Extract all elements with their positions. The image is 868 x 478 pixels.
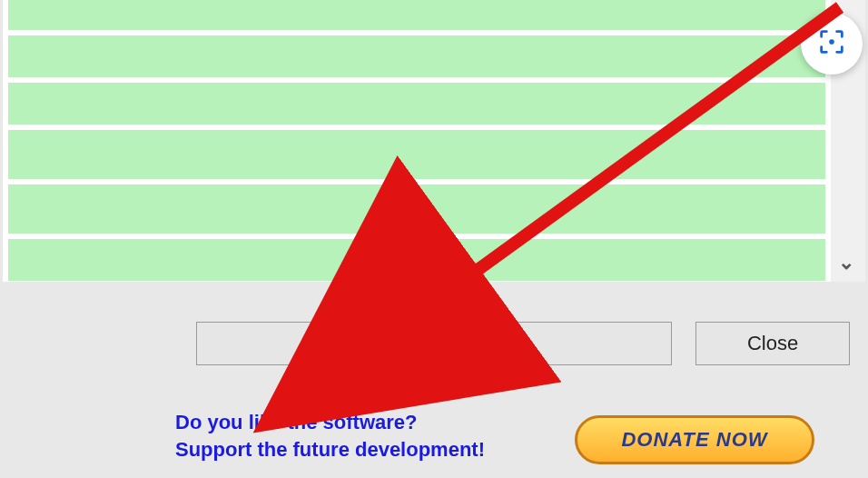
list-item[interactable] [8, 130, 825, 179]
svg-point-0 [829, 39, 834, 45]
donate-now-button[interactable]: DONATE NOW [575, 415, 814, 464]
list-item[interactable] [8, 83, 825, 124]
chevron-down-icon[interactable]: ⌄ [836, 253, 856, 273]
list-item[interactable] [8, 0, 825, 30]
settings-list[interactable] [3, 0, 831, 282]
list-item[interactable] [8, 184, 825, 234]
close-button[interactable]: Close [695, 322, 850, 365]
donate-message: Do you like the software? Support the fu… [175, 409, 485, 463]
visual-search-button[interactable] [801, 13, 863, 75]
donate-line-2: Support the future development! [175, 438, 485, 461]
list-item[interactable] [8, 35, 825, 77]
set-changed-settings-button[interactable]: Set changed settings [196, 322, 672, 365]
scan-icon [816, 26, 847, 61]
list-item[interactable] [8, 239, 825, 281]
app-window: ⌄ Set changed settings Close Do you like… [0, 0, 868, 478]
donate-line-1: Do you like the software? [175, 411, 418, 433]
